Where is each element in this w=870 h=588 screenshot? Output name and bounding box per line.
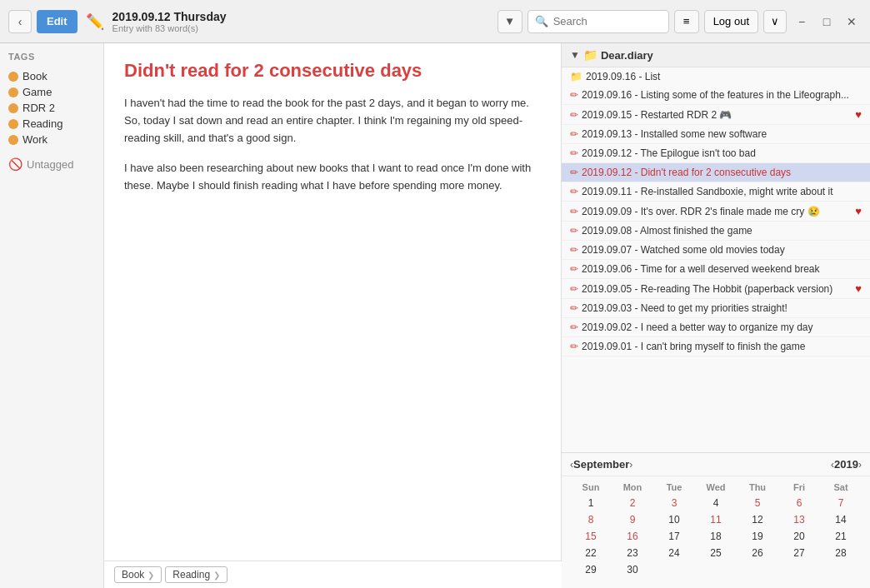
calendar-day[interactable]: 8 <box>570 511 612 528</box>
entry-item-text: 2019.09.12 - Didn't read for 2 consecuti… <box>582 167 862 178</box>
entry-item[interactable]: ✏2019.09.02 - I need a better way to org… <box>562 318 870 337</box>
entry-item-text: 2019.09.15 - Restarted RDR 2 🎮 <box>582 109 852 121</box>
calendar-day[interactable]: 12 <box>737 511 778 528</box>
calendar-day[interactable]: 11 <box>695 511 737 528</box>
calendar-day[interactable]: 15 <box>570 528 612 545</box>
entry-date-title: 2019.09.12 Thursday <box>112 10 498 23</box>
content-area: Didn't read for 2 consecutive days I hav… <box>104 43 562 561</box>
weekday-header: Thu <box>737 480 778 495</box>
calendar-day[interactable]: 4 <box>695 495 737 511</box>
calendar-day[interactable]: 17 <box>653 528 695 545</box>
journal-toggle[interactable]: ▼ <box>570 49 580 61</box>
calendar-day[interactable]: 21 <box>820 528 862 545</box>
tag-label: Reading <box>22 117 62 130</box>
weekday-header: Mon <box>612 480 653 495</box>
entry-item-text: 2019.09.07 - Watched some old movies tod… <box>582 244 862 256</box>
breadcrumb-tags: BookReading <box>114 566 228 583</box>
tags-header: TAGS <box>8 52 95 62</box>
search-input[interactable] <box>553 15 662 27</box>
entry-item[interactable]: ✏2019.09.08 - Almost finished the game <box>562 222 870 241</box>
journal-header: ▼ 📁 Dear.diary <box>562 43 870 67</box>
sidebar-tag-reading[interactable]: Reading <box>8 116 95 132</box>
calendar-day[interactable]: 27 <box>778 545 820 561</box>
calendar-day[interactable]: 10 <box>653 511 695 528</box>
sidebar: TAGS BookGameRDR 2ReadingWork 🚫 Untagged <box>0 43 104 588</box>
tag-dot <box>8 103 18 113</box>
entry-item[interactable]: ✏2019.09.12 - Didn't read for 2 consecut… <box>562 163 870 182</box>
calendar-grid: SunMonTueWedThuFriSat 123456789101112131… <box>562 476 870 581</box>
close-button[interactable]: ✕ <box>842 12 862 32</box>
entry-item[interactable]: ✏2019.09.09 - It's over. RDR 2's finale … <box>562 202 870 222</box>
calendar-day[interactable]: 2 <box>612 495 653 511</box>
calendar-week: 15161718192021 <box>570 528 862 545</box>
chevron-button[interactable]: ∨ <box>763 10 787 33</box>
calendar-day[interactable]: 13 <box>778 511 820 528</box>
calendar-day[interactable]: 3 <box>653 495 695 511</box>
folder-item[interactable]: 📁 2019.09.16 - List <box>562 67 870 86</box>
logout-button[interactable]: Log out <box>704 10 758 33</box>
entry-item[interactable]: ✏2019.09.03 - Need to get my priorities … <box>562 299 870 318</box>
right-panel: ▼ 📁 Dear.diary 📁 2019.09.16 - List ✏2019… <box>562 43 870 588</box>
entry-item[interactable]: ✏2019.09.07 - Watched some old movies to… <box>562 241 870 260</box>
minimize-button[interactable]: − <box>792 12 812 32</box>
sidebar-tag-work[interactable]: Work <box>8 132 95 147</box>
heart-icon: ♥ <box>855 205 862 217</box>
calendar-day[interactable]: 28 <box>820 545 862 561</box>
calendar-day[interactable]: 20 <box>778 528 820 545</box>
calendar-day[interactable]: 18 <box>695 528 737 545</box>
entry-item[interactable]: ✏2019.09.13 - Installed some new softwar… <box>562 125 870 144</box>
next-year-button[interactable]: › <box>858 459 862 471</box>
entry-item[interactable]: ✏2019.09.01 - I can't bring myself to fi… <box>562 337 870 356</box>
search-box: 🔍 <box>528 10 669 33</box>
entry-item[interactable]: ✏2019.09.15 - Restarted RDR 2 🎮♥ <box>562 105 870 125</box>
content-title: Didn't read for 2 consecutive days <box>124 60 541 82</box>
calendar-day[interactable]: 6 <box>778 495 820 511</box>
maximize-button[interactable]: □ <box>817 12 837 32</box>
calendar-day[interactable]: 24 <box>653 545 695 561</box>
sidebar-tag-rdr-2[interactable]: RDR 2 <box>8 100 95 116</box>
untagged-item[interactable]: 🚫 Untagged <box>8 154 95 174</box>
weekday-header: Tue <box>653 480 695 495</box>
back-button[interactable]: ‹ <box>8 10 32 33</box>
calendar-day[interactable]: 1 <box>570 495 612 511</box>
tag-label: RDR 2 <box>22 102 55 114</box>
entry-item[interactable]: ✏2019.09.05 - Re-reading The Hobbit (pap… <box>562 279 870 299</box>
entry-item-text: 2019.09.13 - Installed some new software <box>582 128 862 140</box>
entry-pencil-icon: ✏ <box>570 147 578 159</box>
next-month-button[interactable]: › <box>629 459 632 471</box>
calendar-day[interactable]: 7 <box>820 495 862 511</box>
tag-dot <box>8 87 18 97</box>
calendar-day[interactable]: 19 <box>737 528 778 545</box>
entry-folder-icon: 📁 <box>570 71 582 82</box>
calendar-day[interactable]: 29 <box>570 561 612 578</box>
entry-list: 📁 2019.09.16 - List ✏2019.09.16 - Listin… <box>562 67 870 452</box>
sidebar-tag-book[interactable]: Book <box>8 68 95 84</box>
weekday-header: Wed <box>695 480 737 495</box>
breadcrumb-tag-reading[interactable]: Reading <box>165 566 228 583</box>
entry-pencil-icon: ✏ <box>570 89 578 101</box>
sidebar-tag-game[interactable]: Game <box>8 84 95 100</box>
calendar-week: 891011121314 <box>570 511 862 528</box>
entry-pencil-icon: ✏ <box>570 263 578 275</box>
untagged-label: Untagged <box>27 158 73 171</box>
calendar-day[interactable]: 23 <box>612 545 653 561</box>
entry-item-text: 2019.09.03 - Need to get my priorities s… <box>582 302 862 314</box>
entry-item-text: 2019.09.01 - I can't bring myself to fin… <box>582 341 862 352</box>
entry-item[interactable]: ✏2019.09.06 - Time for a well deserved w… <box>562 260 870 279</box>
calendar-day[interactable]: 26 <box>737 545 778 561</box>
separator-button[interactable]: ≡ <box>674 10 699 33</box>
entry-item[interactable]: ✏2019.09.16 - Listing some of the featur… <box>562 86 870 105</box>
calendar-day[interactable]: 22 <box>570 545 612 561</box>
entry-item[interactable]: ✏2019.09.12 - The Epilogue isn't too bad <box>562 144 870 163</box>
edit-button[interactable]: Edit <box>37 10 78 33</box>
entry-item[interactable]: ✏2019.09.11 - Re-installed Sandboxie, mi… <box>562 182 870 202</box>
calendar-day[interactable]: 25 <box>695 545 737 561</box>
calendar-day[interactable]: 16 <box>612 528 653 545</box>
calendar-day[interactable]: 9 <box>612 511 653 528</box>
filter-button[interactable]: ▼ <box>498 10 522 33</box>
calendar-day[interactable]: 14 <box>820 511 862 528</box>
calendar-day[interactable]: 30 <box>612 561 653 578</box>
calendar-day[interactable]: 5 <box>737 495 778 511</box>
entry-title-block: 2019.09.12 Thursday Entry with 83 word(s… <box>112 10 498 33</box>
breadcrumb-tag-book[interactable]: Book <box>114 566 162 583</box>
